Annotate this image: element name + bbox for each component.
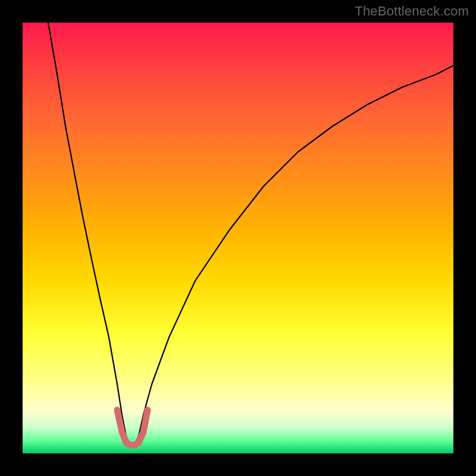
chart-frame: TheBottleneck.com — [0, 0, 476, 476]
curve-layer — [23, 23, 453, 453]
watermark-text: TheBottleneck.com — [355, 4, 469, 19]
plot-area — [23, 23, 453, 453]
bottleneck-curve — [48, 23, 453, 445]
